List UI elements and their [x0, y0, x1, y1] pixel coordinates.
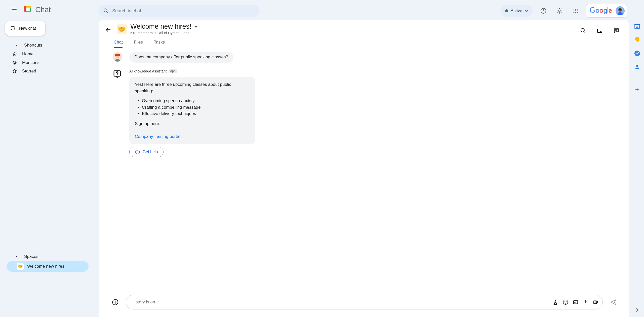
apps-button[interactable] — [570, 5, 581, 16]
list-item: Crafting a compelling message — [142, 104, 250, 111]
space-search-button[interactable] — [578, 25, 589, 36]
svg-rect-3 — [26, 8, 30, 11]
keep-rail-button[interactable] — [634, 36, 641, 43]
user-avatar[interactable] — [616, 6, 625, 15]
message-composer[interactable]: GIF — [126, 295, 603, 309]
status-dot-icon — [505, 9, 508, 12]
keep-icon — [634, 37, 640, 43]
emoji-button[interactable] — [563, 299, 568, 305]
svg-point-13 — [575, 10, 576, 11]
main-column: Active 🤝 Welcome new hires — [99, 0, 644, 317]
chat-lines-icon — [613, 28, 619, 34]
svg-point-17 — [577, 12, 578, 13]
gif-icon: GIF — [573, 299, 578, 305]
left-sidebar: Chat New chat Shortcuts Home Mentions St… — [0, 0, 99, 317]
main-menu-button[interactable] — [8, 4, 20, 16]
search-input[interactable] — [112, 8, 255, 14]
collapse-side-panel-button[interactable] — [634, 307, 640, 313]
plus-icon — [634, 87, 640, 92]
space-emoji-icon: 🤝 — [17, 263, 24, 270]
back-button[interactable] — [103, 25, 113, 35]
training-portal-link[interactable]: Company training portal — [135, 134, 180, 139]
chat-logo[interactable]: Chat — [23, 5, 51, 14]
search-bar[interactable] — [99, 5, 260, 17]
spaces-section: Spaces 🤝 Welcome new hires! — [0, 252, 99, 272]
svg-rect-21 — [619, 9, 621, 10]
svg-point-8 — [559, 10, 560, 12]
svg-text:GIF: GIF — [574, 301, 577, 303]
gear-icon — [556, 8, 562, 14]
svg-point-14 — [577, 10, 578, 11]
thread-panel-button[interactable] — [611, 25, 622, 36]
shortcuts-header[interactable]: Shortcuts — [0, 41, 99, 50]
tasks-icon — [634, 50, 640, 56]
tasks-rail-button[interactable] — [634, 50, 641, 57]
conversation-header: 🤝 Welcome new hires! 510 members • All o… — [99, 20, 629, 36]
emoji-icon — [563, 299, 568, 305]
composer-input[interactable] — [132, 300, 553, 305]
tab-files[interactable]: Files — [134, 40, 143, 48]
audience-label: All of Cymbal Labs — [159, 31, 189, 35]
svg-rect-20 — [618, 12, 623, 15]
svg-rect-24 — [600, 31, 601, 32]
gif-button[interactable]: GIF — [573, 299, 578, 305]
spaces-header[interactable]: Spaces — [0, 252, 99, 261]
calendar-rail-button[interactable]: 31 — [634, 23, 641, 30]
svg-point-16 — [575, 12, 576, 13]
svg-point-31 — [137, 153, 138, 153]
space-title-button[interactable]: Welcome new hires! — [130, 23, 198, 30]
help-icon — [540, 8, 546, 14]
add-attachment-button[interactable] — [110, 297, 121, 308]
new-chat-label: New chat — [19, 26, 36, 31]
google-account-block[interactable] — [586, 4, 627, 18]
svg-point-34 — [565, 301, 565, 302]
svg-point-12 — [574, 10, 575, 11]
home-icon — [12, 52, 17, 57]
sidebar-item-starred[interactable]: Starred — [0, 67, 90, 75]
svg-point-29 — [117, 74, 118, 75]
new-chat-button[interactable]: New chat — [5, 21, 45, 36]
sidebar-item-mentions[interactable]: Mentions — [0, 58, 90, 67]
contacts-rail-button[interactable] — [634, 63, 641, 70]
space-item-welcome-new-hires[interactable]: 🤝 Welcome new hires! — [7, 261, 89, 272]
svg-point-35 — [566, 301, 567, 302]
side-rail: 31 — [630, 23, 644, 93]
svg-point-4 — [14, 62, 16, 64]
format-text-button[interactable] — [553, 299, 558, 305]
plus-circle-icon — [112, 299, 118, 305]
help-circle-icon — [135, 149, 140, 154]
chevron-right-icon — [634, 307, 640, 313]
list-item: Effective delivery techniques — [142, 110, 250, 117]
tab-chat[interactable]: Chat — [114, 40, 123, 48]
space-tabs: Chat Files Tasks — [99, 36, 629, 48]
chevron-down-icon — [525, 9, 528, 13]
tab-tasks[interactable]: Tasks — [154, 40, 165, 48]
sidebar-item-label: Starred — [22, 69, 36, 74]
settings-button[interactable] — [554, 5, 565, 16]
picture-in-picture-button[interactable] — [594, 25, 605, 36]
status-selector[interactable]: Active — [501, 5, 533, 17]
list-item: Overcoming speech anxiety — [142, 98, 250, 104]
assistant-intro: Yes! Here are three upcoming classes abo… — [135, 81, 250, 94]
svg-point-10 — [575, 9, 576, 10]
help-button[interactable] — [538, 5, 549, 16]
video-meeting-button[interactable] — [593, 299, 598, 305]
send-button[interactable] — [608, 297, 619, 308]
space-title: Welcome new hires! — [130, 23, 191, 30]
get-addons-button[interactable] — [634, 86, 641, 93]
message-text: Does the company offer public speaking c… — [129, 52, 233, 63]
apps-grid-icon — [573, 8, 578, 14]
pip-icon — [597, 28, 603, 34]
sidebar-item-home[interactable]: Home — [0, 50, 90, 58]
app-badge: App — [169, 69, 177, 73]
upload-button[interactable] — [583, 299, 588, 305]
svg-point-33 — [563, 300, 568, 304]
calendar-icon: 31 — [634, 23, 640, 29]
space-item-label: Welcome new hires! — [27, 264, 66, 269]
get-help-button[interactable]: Get help — [129, 147, 164, 157]
search-icon — [103, 8, 109, 14]
arrow-left-icon — [105, 27, 111, 33]
sender-line: AI knowledge assistant App — [129, 69, 177, 73]
new-chat-icon — [10, 26, 16, 31]
sidebar-item-label: Mentions — [22, 60, 39, 65]
